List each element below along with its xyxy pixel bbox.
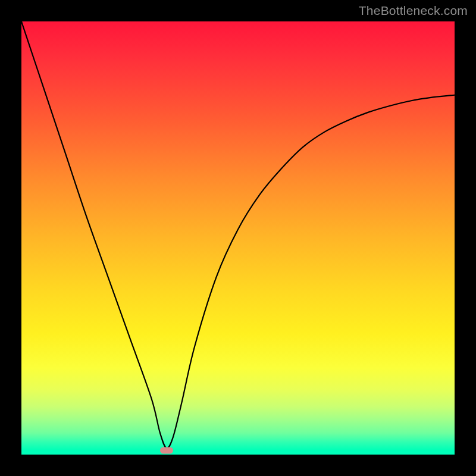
plot-area [21,21,455,455]
bottleneck-curve [21,21,455,448]
watermark-text: TheBottleneck.com [359,4,468,18]
chart-frame: TheBottleneck.com [0,0,476,476]
optimal-marker [160,447,173,453]
curve-layer [21,21,455,455]
